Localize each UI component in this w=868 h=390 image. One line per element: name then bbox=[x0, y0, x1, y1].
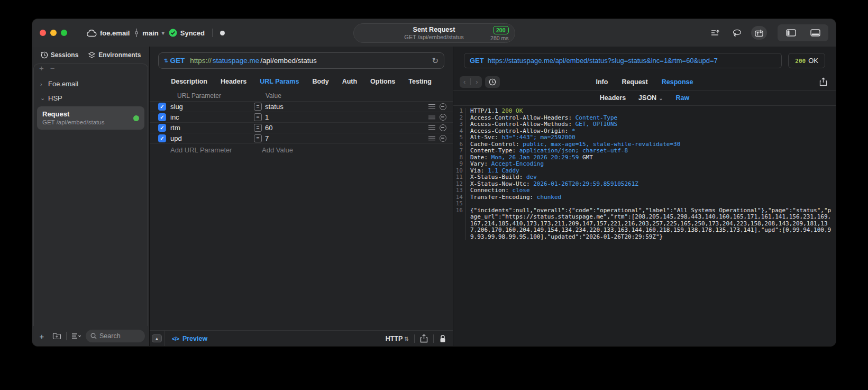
param-enabled-checkbox[interactable]: ✓ bbox=[158, 134, 166, 142]
tree-label: Foe.email bbox=[48, 80, 78, 88]
param-value-field[interactable]: status bbox=[265, 103, 428, 111]
new-folder-button[interactable] bbox=[51, 331, 62, 341]
remove-param-icon[interactable] bbox=[440, 124, 446, 131]
remove-session-button[interactable]: − bbox=[50, 65, 55, 71]
response-status-badge: 200 OK bbox=[788, 53, 825, 68]
tab-label: Sessions bbox=[51, 51, 79, 59]
tab-auth[interactable]: Auth bbox=[342, 78, 357, 85]
request-subtitle: GET /api/embed/status bbox=[404, 34, 463, 41]
add-url-parameter-button[interactable]: Add URL Parameter bbox=[170, 146, 262, 154]
sync-status[interactable]: Synced bbox=[169, 29, 205, 37]
branch-name: main bbox=[142, 29, 158, 37]
tab-label: Environments bbox=[98, 51, 141, 59]
lasso-icon[interactable] bbox=[730, 26, 744, 39]
preview-button[interactable]: </> Preview bbox=[172, 335, 207, 342]
resend-request-icon[interactable]: ↻ bbox=[432, 56, 438, 66]
triangle-up-icon: ▲ bbox=[152, 334, 162, 342]
request-url-bar[interactable]: ⇅ GET https://statuspage.me/api/embed/st… bbox=[158, 52, 444, 69]
param-name-field[interactable]: upd bbox=[170, 134, 254, 142]
search-icon bbox=[90, 333, 97, 339]
history-button[interactable] bbox=[485, 76, 500, 88]
tab-environments[interactable]: Environments bbox=[88, 51, 141, 59]
param-value-field[interactable]: 7 bbox=[265, 134, 428, 142]
remove-param-icon[interactable] bbox=[440, 135, 446, 142]
param-name-field[interactable]: inc bbox=[170, 113, 254, 121]
equals-icon: = bbox=[254, 124, 262, 132]
list-options-button[interactable] bbox=[71, 331, 81, 341]
expand-panel-button[interactable]: ▲ bbox=[150, 331, 165, 346]
app-window: foe.email main ▾ Synced Sent Request GET… bbox=[32, 19, 836, 347]
param-name-field[interactable]: rtm bbox=[170, 124, 254, 132]
sent-request-summary[interactable]: Sent Request GET /api/embed/status 200 2… bbox=[353, 23, 515, 43]
code-line: 14Transfer-Encoding: chunked bbox=[453, 194, 836, 201]
protocol-selector[interactable]: HTTP ⇅ bbox=[386, 335, 409, 342]
drag-handle-icon[interactable] bbox=[428, 125, 435, 130]
add-request-button[interactable]: + bbox=[36, 331, 47, 341]
remove-param-icon[interactable] bbox=[440, 103, 446, 110]
search-input[interactable]: Search bbox=[86, 330, 145, 342]
zoom-window-button[interactable] bbox=[61, 30, 67, 36]
param-enabled-checkbox[interactable]: ✓ bbox=[158, 103, 166, 111]
tree-item-foe-email[interactable]: › Foe.email bbox=[34, 77, 148, 91]
param-value-field[interactable]: 60 bbox=[265, 124, 428, 132]
tab-description[interactable]: Description bbox=[171, 78, 207, 85]
lock-icon[interactable] bbox=[439, 334, 446, 343]
import-export-icon[interactable] bbox=[751, 26, 767, 40]
history-back-button[interactable]: ‹ bbox=[463, 78, 465, 86]
response-body[interactable]: 1HTTP/1.1 200 OK2Access-Control-Allow-He… bbox=[453, 106, 836, 346]
tab-options[interactable]: Options bbox=[370, 78, 395, 85]
titlebar: foe.email main ▾ Synced Sent Request GET… bbox=[32, 19, 836, 47]
subtab-json[interactable]: JSON⌄ bbox=[638, 94, 663, 102]
chevron-down-icon: ⌄ bbox=[40, 95, 44, 102]
param-enabled-checkbox[interactable]: ✓ bbox=[158, 124, 166, 132]
history-forward-button[interactable]: › bbox=[476, 78, 478, 86]
add-session-button[interactable]: + bbox=[39, 65, 44, 71]
request-method[interactable]: GET bbox=[170, 57, 185, 65]
minimize-window-button[interactable] bbox=[50, 30, 57, 36]
drag-handle-icon[interactable] bbox=[428, 136, 435, 141]
line-number: 15 bbox=[453, 201, 466, 207]
tab-sessions[interactable]: Sessions bbox=[41, 51, 79, 59]
divider bbox=[414, 334, 415, 343]
subtab-raw[interactable]: Raw bbox=[676, 94, 690, 102]
remove-param-icon[interactable] bbox=[440, 114, 446, 121]
toggle-bottom-panel-icon[interactable] bbox=[808, 26, 822, 39]
tab-headers[interactable]: Headers bbox=[221, 78, 246, 85]
tab-response[interactable]: Response bbox=[662, 78, 693, 86]
drag-handle-icon[interactable] bbox=[428, 115, 435, 120]
tab-info[interactable]: Info bbox=[596, 78, 608, 86]
request-item-subtitle: GET /api/embed/status bbox=[42, 119, 133, 126]
method-selector-icon[interactable]: ⇅ bbox=[164, 58, 168, 64]
tab-body[interactable]: Body bbox=[312, 78, 328, 85]
sort-ascending-icon[interactable] bbox=[709, 26, 723, 39]
url-params-table: URL Parameter Value ✓slug=status✓inc=1✓r… bbox=[150, 90, 453, 330]
param-value-field[interactable]: 1 bbox=[265, 113, 428, 121]
line-number: 1 bbox=[453, 108, 466, 115]
toggle-left-sidebar-icon[interactable] bbox=[784, 26, 798, 39]
request-editor-panel: ⇅ GET https://statuspage.me/api/embed/st… bbox=[149, 47, 453, 346]
add-value-button[interactable]: Add Value bbox=[262, 146, 293, 154]
request-list-item-selected[interactable]: Request GET /api/embed/status bbox=[37, 106, 144, 130]
tab-testing[interactable]: Testing bbox=[408, 78, 432, 85]
line-number: 7 bbox=[453, 148, 466, 155]
share-request-icon[interactable] bbox=[420, 334, 428, 343]
export-response-icon[interactable] bbox=[819, 77, 827, 86]
drag-handle-icon[interactable] bbox=[428, 104, 435, 109]
tree-item-hsp[interactable]: ⌄ HSP bbox=[34, 91, 148, 105]
tab-request[interactable]: Request bbox=[622, 78, 647, 86]
subtab-headers[interactable]: Headers bbox=[600, 94, 626, 102]
response-status-code: 200 bbox=[795, 56, 806, 65]
branch-selector[interactable]: main ▾ bbox=[134, 29, 164, 37]
chevron-updown-icon: ⇅ bbox=[405, 336, 409, 342]
tab-url-params[interactable]: URL Params bbox=[260, 78, 299, 85]
param-name-field[interactable]: slug bbox=[170, 103, 254, 111]
code-icon: </> bbox=[172, 335, 179, 342]
sent-request-url[interactable]: GET https://statuspage.me/api/embed/stat… bbox=[464, 53, 782, 68]
sync-label: Synced bbox=[180, 29, 205, 37]
close-window-button[interactable] bbox=[40, 30, 46, 36]
project-menu[interactable]: foe.email bbox=[86, 29, 130, 37]
response-method: GET bbox=[470, 57, 484, 65]
param-enabled-checkbox[interactable]: ✓ bbox=[158, 113, 166, 121]
line-content: Vary: Accept-Encoding bbox=[466, 161, 836, 168]
line-content: Transfer-Encoding: chunked bbox=[466, 194, 836, 201]
